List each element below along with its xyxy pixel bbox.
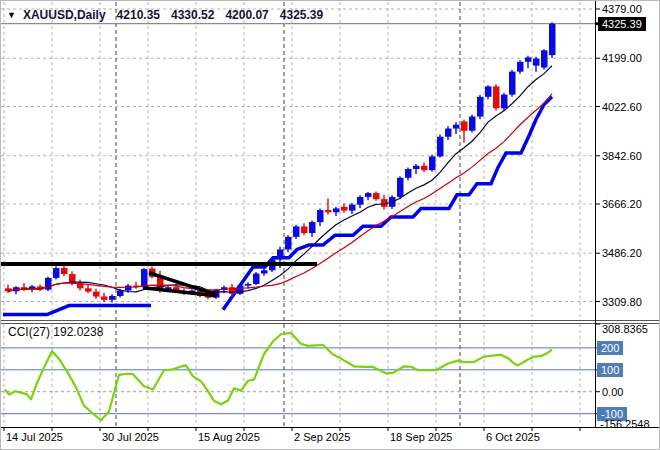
candle-body [445, 129, 452, 137]
symbol-title: XAUUSD,Daily [23, 8, 106, 22]
candle-body [517, 62, 524, 72]
price-axis-label: 3666.20 [602, 197, 642, 211]
candle-body [245, 284, 252, 286]
candle-body [325, 210, 332, 212]
candle-body [365, 193, 372, 197]
candle-body [429, 156, 436, 170]
current-price-label: 4325.39 [598, 17, 646, 31]
trading-chart-window: ▼ XAUUSD,Daily 4210.35 4330.52 4200.07 4… [0, 0, 660, 450]
candle-body [357, 197, 364, 205]
candle-body [373, 193, 380, 199]
candle-body [261, 270, 268, 273]
candle-body [85, 288, 92, 291]
price-axis-label: 4022.60 [602, 100, 642, 114]
ohlc-low: 4200.07 [225, 8, 268, 22]
candle-body [501, 95, 508, 109]
candle-body [549, 24, 556, 55]
candle-body [453, 125, 460, 129]
price-axis-label: 4379.00 [602, 2, 642, 16]
ohlc-open: 4210.35 [117, 8, 160, 22]
time-axis-label: 2 Sep 2025 [294, 431, 350, 443]
candle-body [253, 274, 260, 284]
candle-body [333, 208, 340, 212]
candle-body [477, 97, 484, 117]
time-axis-label: 6 Oct 2025 [486, 431, 540, 443]
ohlc-close: 4325.39 [280, 8, 323, 22]
time-axis-label: 30 Jul 2025 [102, 431, 159, 443]
candles-layer [5, 22, 556, 302]
candle-body [413, 166, 420, 169]
cci-scale-max-label: 308.8365 [602, 322, 648, 336]
cci-level-badge: 100 [597, 363, 623, 377]
price-axis-label: 3309.80 [602, 295, 642, 309]
candle-body [309, 222, 316, 233]
candle-body [509, 72, 516, 95]
candle-body [469, 117, 476, 131]
trail-stop-segment [3, 306, 151, 315]
cci-indicator-line [5, 333, 552, 420]
candle-body [293, 226, 300, 236]
candle-body [341, 207, 348, 211]
candle-body [237, 286, 244, 294]
candle-body [485, 86, 492, 96]
time-axis-label: 15 Aug 2025 [198, 431, 260, 443]
candle-body [117, 291, 124, 296]
candle-body [61, 268, 68, 274]
main-chart-grid [1, 2, 595, 426]
ohlc-high: 4330.52 [171, 8, 214, 22]
cci-level-badge: 200 [597, 341, 623, 355]
cci-scale-min-label: -156.2548 [600, 417, 650, 431]
time-axis-label: 14 Jul 2025 [6, 431, 63, 443]
indicator-label: CCI(27) 192.0238 [8, 325, 103, 339]
candle-body [125, 286, 132, 291]
candle-body [533, 59, 540, 66]
candle-body [53, 268, 60, 278]
price-axis-label: 3842.60 [602, 149, 642, 163]
candle-body [317, 210, 324, 222]
candle-body [349, 205, 356, 211]
symbol-dropdown-icon[interactable]: ▼ [7, 10, 16, 20]
candle-body [405, 169, 412, 178]
cci-zero-label: 0.00 [602, 385, 623, 399]
candle-body [461, 121, 468, 130]
chart-canvas[interactable] [1, 1, 660, 450]
time-axis-label: 18 Sep 2025 [390, 431, 452, 443]
price-axis-label: 3486.20 [602, 246, 642, 260]
price-axis-label: 4199.00 [602, 51, 642, 65]
candle-body [101, 297, 108, 300]
candle-body [397, 178, 404, 197]
candle-body [285, 237, 292, 250]
candle-body [93, 292, 100, 297]
candle-body [301, 226, 308, 233]
candle-body [437, 137, 444, 157]
candle-body [421, 166, 428, 170]
candle-body [141, 269, 148, 287]
candle-body [525, 57, 532, 61]
candle-body [541, 50, 548, 67]
candle-body [493, 86, 500, 108]
candle-body [109, 296, 116, 300]
chart-title-bar: ▼ XAUUSD,Daily 4210.35 4330.52 4200.07 4… [7, 8, 323, 22]
candle-body [277, 249, 284, 259]
